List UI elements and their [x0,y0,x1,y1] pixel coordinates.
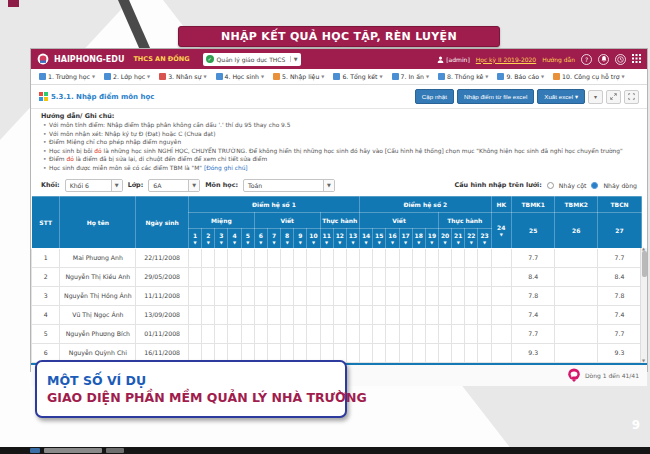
cell-score-13[interactable] [346,248,359,267]
cell-score-18[interactable] [412,248,425,267]
cell-score-4[interactable] [228,267,241,286]
scrollbar-thumb[interactable] [642,251,647,277]
cell-score-17[interactable] [399,248,412,267]
header-score-col-13[interactable]: 13▼ [346,228,359,248]
close-notes-link[interactable]: [Đóng ghi chú] [204,165,248,171]
cell-score-4[interactable] [228,324,241,343]
cell-score-2[interactable] [202,286,215,305]
notifications-bell-icon[interactable] [598,54,609,65]
cell-score-5[interactable] [241,267,254,286]
cell-score-3[interactable] [215,305,228,324]
column-filter-icon[interactable]: ▼ [400,240,412,245]
header-score-col-6[interactable]: 6▼ [254,228,267,248]
user-menu[interactable]: [admin] [437,56,469,63]
cell-hk[interactable] [491,324,511,343]
cell-score-17[interactable] [399,267,412,286]
cell-score-15[interactable] [373,286,386,305]
cell-score-2[interactable] [202,324,215,343]
cell-score-15[interactable] [373,324,386,343]
header-score-col-7[interactable]: 7▼ [267,228,280,248]
cell-score-16[interactable] [386,248,399,267]
cell-score-21[interactable] [452,343,465,362]
cell-score-5[interactable] [241,324,254,343]
cell-score-9[interactable] [294,324,307,343]
cell-score-10[interactable] [307,286,320,305]
cell-score-6[interactable] [254,267,267,286]
cell-score-3[interactable] [215,324,228,343]
cell-score-5[interactable] [241,286,254,305]
cell-score-23[interactable] [478,248,491,267]
cell-score-13[interactable] [346,286,359,305]
header-score-col-16[interactable]: 16▼ [386,228,399,248]
cell-score-1[interactable] [189,324,202,343]
cell-hk[interactable] [491,267,511,286]
column-filter-icon[interactable]: ▼ [215,240,227,245]
header-score-col-5[interactable]: 5▼ [241,228,254,248]
menu-item-7[interactable]: 7. In ấn▼ [392,73,429,80]
cell-score-10[interactable] [307,267,320,286]
column-filter-icon[interactable]: ▼ [189,240,201,245]
header-score-col-21[interactable]: 21▼ [452,228,465,248]
cell-score-5[interactable] [241,305,254,324]
cell-score-19[interactable] [425,286,438,305]
cell-score-13[interactable] [346,305,359,324]
cell-score-10[interactable] [307,324,320,343]
apps-grid-icon[interactable] [632,54,641,65]
cell-score-8[interactable] [281,248,294,267]
taskbar-app-segment[interactable] [106,448,124,453]
header-score-col-19[interactable]: 19▼ [425,228,438,248]
cell-score-11[interactable] [320,267,333,286]
cell-score-16[interactable] [386,343,399,362]
header-score-col-2[interactable]: 2▼ [202,228,215,248]
cell-score-21[interactable] [452,324,465,343]
column-filter-icon[interactable]: ▼ [255,240,267,245]
scroll-down-icon[interactable]: ▼ [642,359,647,363]
cell-score-13[interactable] [346,267,359,286]
cell-score-5[interactable] [241,248,254,267]
column-filter-icon[interactable]: ▼ [452,240,464,245]
tab-nhap-diem-mon-hoc[interactable]: 5.3.1. Nhập điểm môn học [39,92,154,101]
cell-score-8[interactable] [281,305,294,324]
cell-score-12[interactable] [333,267,346,286]
cell-score-23[interactable] [478,286,491,305]
cell-score-1[interactable] [189,305,202,324]
cell-score-16[interactable] [386,324,399,343]
cell-score-14[interactable] [360,305,373,324]
column-filter-icon[interactable]: ▼ [386,240,398,245]
header-col-24[interactable]: 24▼ [491,212,511,248]
cell-score-4[interactable] [228,248,241,267]
header-score-col-15[interactable]: 15▼ [373,228,386,248]
cell-score-9[interactable] [294,248,307,267]
menu-item-10[interactable]: 10. Công cụ hỗ trợ▼ [553,73,625,80]
column-filter-icon[interactable]: ▼ [242,240,254,245]
cell-score-16[interactable] [386,305,399,324]
cell-score-19[interactable] [425,267,438,286]
header-score-col-18[interactable]: 18▼ [412,228,425,248]
cell-score-10[interactable] [307,305,320,324]
cell-score-17[interactable] [399,324,412,343]
cell-score-11[interactable] [320,248,333,267]
cell-score-12[interactable] [333,248,346,267]
cell-score-22[interactable] [465,286,478,305]
menu-item-9[interactable]: 9. Báo cáo▼ [497,73,544,80]
column-filter-icon[interactable]: ▼ [202,240,214,245]
cell-score-22[interactable] [465,324,478,343]
header-score-col-10[interactable]: 10▼ [307,228,320,248]
history-clock-icon[interactable] [615,54,626,65]
cell-score-8[interactable] [281,267,294,286]
header-score-col-17[interactable]: 17▼ [399,228,412,248]
cell-score-16[interactable] [386,286,399,305]
guide-link[interactable]: Hướng dẫn [542,56,575,63]
cell-score-23[interactable] [478,305,491,324]
cell-score-12[interactable] [333,286,346,305]
cell-hk[interactable] [491,286,511,305]
cell-score-7[interactable] [267,267,280,286]
resize-button[interactable] [606,90,621,104]
cell-score-17[interactable] [399,305,412,324]
cell-score-20[interactable] [438,267,451,286]
cell-score-21[interactable] [452,267,465,286]
column-filter-icon[interactable]: ▼ [281,240,293,245]
cell-score-6[interactable] [254,248,267,267]
cell-score-11[interactable] [320,324,333,343]
cell-score-14[interactable] [360,324,373,343]
